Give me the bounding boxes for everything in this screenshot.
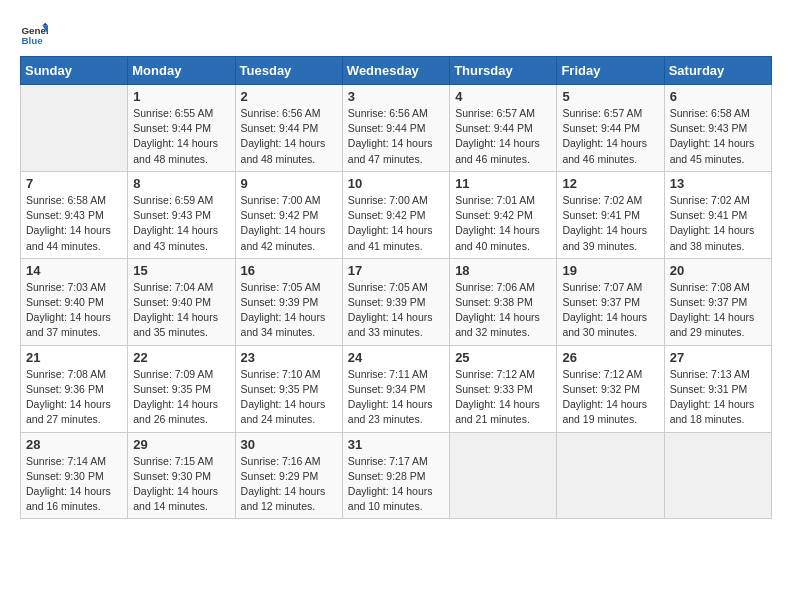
sunrise-text: Sunrise: 7:17 AM — [348, 454, 444, 469]
daylight-line1: Daylight: 14 hours — [348, 223, 444, 238]
day-number: 2 — [241, 89, 337, 104]
week-row-1: 1Sunrise: 6:55 AMSunset: 9:44 PMDaylight… — [21, 85, 772, 172]
sunrise-text: Sunrise: 7:10 AM — [241, 367, 337, 382]
day-number: 5 — [562, 89, 658, 104]
daylight-line1: Daylight: 14 hours — [241, 310, 337, 325]
sunrise-text: Sunrise: 7:00 AM — [241, 193, 337, 208]
day-cell: 10Sunrise: 7:00 AMSunset: 9:42 PMDayligh… — [342, 171, 449, 258]
sunrise-text: Sunrise: 7:01 AM — [455, 193, 551, 208]
sunset-text: Sunset: 9:29 PM — [241, 469, 337, 484]
daylight-line2: and 21 minutes. — [455, 412, 551, 427]
daylight-line2: and 12 minutes. — [241, 499, 337, 514]
header-day-wednesday: Wednesday — [342, 57, 449, 85]
daylight-line2: and 48 minutes. — [133, 152, 229, 167]
day-number: 25 — [455, 350, 551, 365]
week-row-2: 7Sunrise: 6:58 AMSunset: 9:43 PMDaylight… — [21, 171, 772, 258]
day-info: Sunrise: 7:01 AMSunset: 9:42 PMDaylight:… — [455, 193, 551, 254]
day-cell: 24Sunrise: 7:11 AMSunset: 9:34 PMDayligh… — [342, 345, 449, 432]
daylight-line1: Daylight: 14 hours — [670, 310, 766, 325]
sunrise-text: Sunrise: 7:13 AM — [670, 367, 766, 382]
sunrise-text: Sunrise: 7:04 AM — [133, 280, 229, 295]
day-info: Sunrise: 7:07 AMSunset: 9:37 PMDaylight:… — [562, 280, 658, 341]
day-number: 1 — [133, 89, 229, 104]
day-cell: 17Sunrise: 7:05 AMSunset: 9:39 PMDayligh… — [342, 258, 449, 345]
day-number: 7 — [26, 176, 122, 191]
daylight-line1: Daylight: 14 hours — [670, 397, 766, 412]
day-cell: 28Sunrise: 7:14 AMSunset: 9:30 PMDayligh… — [21, 432, 128, 519]
sunset-text: Sunset: 9:42 PM — [241, 208, 337, 223]
day-info: Sunrise: 6:56 AMSunset: 9:44 PMDaylight:… — [348, 106, 444, 167]
sunset-text: Sunset: 9:35 PM — [241, 382, 337, 397]
day-number: 17 — [348, 263, 444, 278]
daylight-line2: and 14 minutes. — [133, 499, 229, 514]
day-info: Sunrise: 7:02 AMSunset: 9:41 PMDaylight:… — [562, 193, 658, 254]
sunrise-text: Sunrise: 7:00 AM — [348, 193, 444, 208]
day-number: 29 — [133, 437, 229, 452]
sunset-text: Sunset: 9:43 PM — [133, 208, 229, 223]
day-info: Sunrise: 7:00 AMSunset: 9:42 PMDaylight:… — [241, 193, 337, 254]
day-number: 21 — [26, 350, 122, 365]
sunset-text: Sunset: 9:34 PM — [348, 382, 444, 397]
day-number: 20 — [670, 263, 766, 278]
sunset-text: Sunset: 9:44 PM — [133, 121, 229, 136]
daylight-line1: Daylight: 14 hours — [562, 136, 658, 151]
sunset-text: Sunset: 9:37 PM — [670, 295, 766, 310]
sunrise-text: Sunrise: 6:55 AM — [133, 106, 229, 121]
sunrise-text: Sunrise: 6:58 AM — [26, 193, 122, 208]
daylight-line1: Daylight: 14 hours — [241, 484, 337, 499]
sunset-text: Sunset: 9:28 PM — [348, 469, 444, 484]
daylight-line1: Daylight: 14 hours — [133, 223, 229, 238]
daylight-line1: Daylight: 14 hours — [670, 223, 766, 238]
daylight-line2: and 23 minutes. — [348, 412, 444, 427]
day-cell: 3Sunrise: 6:56 AMSunset: 9:44 PMDaylight… — [342, 85, 449, 172]
daylight-line1: Daylight: 14 hours — [133, 484, 229, 499]
day-info: Sunrise: 7:12 AMSunset: 9:33 PMDaylight:… — [455, 367, 551, 428]
daylight-line2: and 16 minutes. — [26, 499, 122, 514]
day-cell: 12Sunrise: 7:02 AMSunset: 9:41 PMDayligh… — [557, 171, 664, 258]
sunrise-text: Sunrise: 7:05 AM — [241, 280, 337, 295]
header-day-friday: Friday — [557, 57, 664, 85]
day-number: 15 — [133, 263, 229, 278]
daylight-line2: and 19 minutes. — [562, 412, 658, 427]
day-cell — [21, 85, 128, 172]
day-info: Sunrise: 7:05 AMSunset: 9:39 PMDaylight:… — [348, 280, 444, 341]
daylight-line1: Daylight: 14 hours — [133, 136, 229, 151]
calendar-header: SundayMondayTuesdayWednesdayThursdayFrid… — [21, 57, 772, 85]
sunset-text: Sunset: 9:37 PM — [562, 295, 658, 310]
daylight-line1: Daylight: 14 hours — [348, 310, 444, 325]
sunset-text: Sunset: 9:31 PM — [670, 382, 766, 397]
daylight-line1: Daylight: 14 hours — [26, 397, 122, 412]
sunrise-text: Sunrise: 7:03 AM — [26, 280, 122, 295]
daylight-line1: Daylight: 14 hours — [241, 136, 337, 151]
day-cell: 4Sunrise: 6:57 AMSunset: 9:44 PMDaylight… — [450, 85, 557, 172]
day-info: Sunrise: 7:08 AMSunset: 9:37 PMDaylight:… — [670, 280, 766, 341]
day-info: Sunrise: 7:17 AMSunset: 9:28 PMDaylight:… — [348, 454, 444, 515]
day-number: 31 — [348, 437, 444, 452]
sunrise-text: Sunrise: 7:07 AM — [562, 280, 658, 295]
daylight-line1: Daylight: 14 hours — [455, 397, 551, 412]
day-info: Sunrise: 6:59 AMSunset: 9:43 PMDaylight:… — [133, 193, 229, 254]
daylight-line1: Daylight: 14 hours — [241, 397, 337, 412]
day-number: 6 — [670, 89, 766, 104]
header: General Blue — [20, 20, 772, 48]
day-cell: 15Sunrise: 7:04 AMSunset: 9:40 PMDayligh… — [128, 258, 235, 345]
calendar-table: SundayMondayTuesdayWednesdayThursdayFrid… — [20, 56, 772, 519]
day-cell — [557, 432, 664, 519]
day-cell: 31Sunrise: 7:17 AMSunset: 9:28 PMDayligh… — [342, 432, 449, 519]
daylight-line2: and 38 minutes. — [670, 239, 766, 254]
day-number: 27 — [670, 350, 766, 365]
day-number: 24 — [348, 350, 444, 365]
sunrise-text: Sunrise: 6:57 AM — [562, 106, 658, 121]
week-row-5: 28Sunrise: 7:14 AMSunset: 9:30 PMDayligh… — [21, 432, 772, 519]
day-info: Sunrise: 7:00 AMSunset: 9:42 PMDaylight:… — [348, 193, 444, 254]
sunrise-text: Sunrise: 6:56 AM — [241, 106, 337, 121]
day-number: 8 — [133, 176, 229, 191]
daylight-line2: and 27 minutes. — [26, 412, 122, 427]
daylight-line2: and 44 minutes. — [26, 239, 122, 254]
sunset-text: Sunset: 9:38 PM — [455, 295, 551, 310]
day-number: 30 — [241, 437, 337, 452]
day-info: Sunrise: 7:04 AMSunset: 9:40 PMDaylight:… — [133, 280, 229, 341]
day-info: Sunrise: 7:11 AMSunset: 9:34 PMDaylight:… — [348, 367, 444, 428]
day-number: 3 — [348, 89, 444, 104]
day-cell: 26Sunrise: 7:12 AMSunset: 9:32 PMDayligh… — [557, 345, 664, 432]
